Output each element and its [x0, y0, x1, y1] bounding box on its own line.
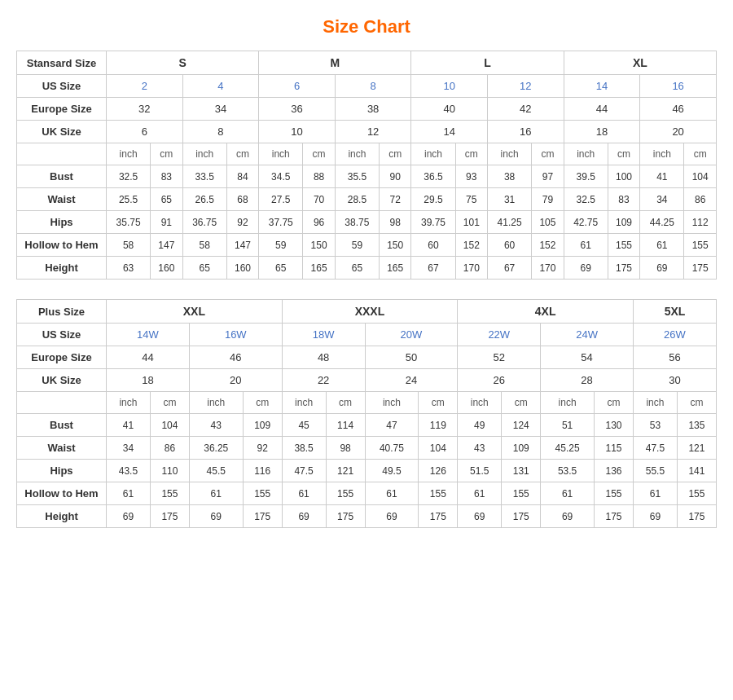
data-cell: 69 [633, 505, 677, 528]
data-cell: 51.5 [458, 460, 502, 482]
s-group: S [107, 51, 259, 75]
data-cell: 61 [541, 482, 595, 505]
data-cell: 53.5 [541, 460, 595, 482]
xl-group: XL [564, 51, 716, 75]
data-cell: 45.5 [189, 460, 243, 482]
data-cell: 150 [303, 234, 336, 257]
data-cell: 60 [488, 234, 532, 257]
data-cell: 75 [455, 188, 488, 211]
data-cell: 98 [379, 211, 411, 234]
std-us-6: 6 [259, 75, 336, 98]
plus-size-table: Plus Size XXL XXXL 4XL 5XL US Size 14W 1… [16, 299, 717, 528]
data-cell: 170 [455, 257, 488, 280]
data-cell: 65 [335, 257, 379, 280]
std-uk-16: 16 [488, 121, 564, 143]
plus-eu-44: 44 [107, 346, 190, 369]
xxxl-group: XXXL [282, 300, 458, 324]
std-us-2: 2 [107, 75, 183, 98]
data-cell: 141 [677, 460, 716, 482]
data-cell: 84 [226, 165, 259, 188]
data-cell: 116 [243, 460, 282, 482]
std-us-16: 16 [640, 75, 717, 98]
data-cell: 112 [684, 211, 717, 234]
data-cell: 115 [594, 437, 633, 460]
data-cell: 136 [594, 460, 633, 482]
uk-size-label: UK Size [17, 121, 107, 143]
data-cell: 114 [326, 414, 365, 437]
data-cell: 160 [151, 257, 183, 280]
plus-unit-row: inchcm inchcm inchcm inchcm inchcm inchc… [17, 392, 717, 414]
data-cell: 41.25 [488, 211, 532, 234]
table-row: Hips35.759136.759237.759638.759839.75101… [17, 211, 717, 234]
data-cell: 38.5 [282, 437, 326, 460]
plus-us-18w: 18W [282, 324, 365, 346]
plus-us-24w: 24W [541, 324, 634, 346]
height-label: Height [17, 505, 107, 528]
data-cell: 86 [684, 188, 717, 211]
data-cell: 34 [107, 437, 151, 460]
plus-us-label: US Size [17, 324, 107, 346]
data-cell: 39.75 [411, 211, 455, 234]
std-eu-40: 40 [411, 98, 488, 121]
data-cell: 67 [411, 257, 455, 280]
data-cell: 36.5 [411, 165, 455, 188]
std-eu-44: 44 [564, 98, 640, 121]
plus-uk-22: 22 [282, 369, 365, 392]
data-cell: 105 [532, 211, 564, 234]
data-cell: 43 [189, 414, 243, 437]
std-uk-18: 18 [564, 121, 640, 143]
data-cell: 110 [150, 460, 189, 482]
data-cell: 32.5 [564, 188, 608, 211]
data-cell: 38.75 [335, 211, 379, 234]
us-size-row: US Size 2 4 6 8 10 12 14 16 [17, 75, 717, 98]
plus-uk-24: 24 [365, 369, 458, 392]
data-cell: 61 [564, 234, 608, 257]
data-cell: 109 [502, 437, 541, 460]
standard-size-label: Stansard Size [17, 51, 107, 75]
table-row: Hips43.511045.511647.512149.512651.51315… [17, 460, 717, 482]
std-us-12: 12 [488, 75, 564, 98]
data-cell: 160 [226, 257, 259, 280]
table-row: Bust32.58333.58434.58835.59036.593389739… [17, 165, 717, 188]
table-row: Hollow to Hem581475814759150591506015260… [17, 234, 717, 257]
data-cell: 26.5 [182, 188, 226, 211]
data-cell: 61 [282, 482, 326, 505]
height-label: Height [17, 257, 107, 280]
data-cell: 69 [189, 505, 243, 528]
data-cell: 61 [189, 482, 243, 505]
data-cell: 65 [182, 257, 226, 280]
page-title: Size Chart [16, 16, 717, 37]
table-row: Hollow to Hem611556115561155611556115561… [17, 482, 717, 505]
plus-us-22w: 22W [458, 324, 541, 346]
uk-size-row: UK Size 6 8 10 12 14 16 18 20 [17, 121, 717, 143]
data-cell: 150 [379, 234, 411, 257]
standard-header-row: Stansard Size S M L XL [17, 51, 717, 75]
data-cell: 55.5 [633, 460, 677, 482]
data-cell: 83 [608, 188, 640, 211]
data-cell: 155 [608, 234, 640, 257]
data-cell: 69 [541, 505, 595, 528]
std-eu-38: 38 [335, 98, 411, 121]
plus-us-14w: 14W [107, 324, 190, 346]
data-cell: 155 [594, 482, 633, 505]
data-cell: 152 [532, 234, 564, 257]
data-cell: 96 [303, 211, 336, 234]
plus-uk-28: 28 [541, 369, 634, 392]
data-cell: 124 [502, 414, 541, 437]
data-cell: 92 [226, 211, 259, 234]
std-uk-12: 12 [335, 121, 411, 143]
europe-size-row: Europe Size 32 34 36 38 40 42 44 46 [17, 98, 717, 121]
std-eu-42: 42 [488, 98, 564, 121]
data-cell: 152 [455, 234, 488, 257]
data-cell: 41 [107, 414, 151, 437]
data-cell: 35.5 [335, 165, 379, 188]
hips-label: Hips [17, 460, 107, 482]
data-cell: 92 [243, 437, 282, 460]
plus-eu-46: 46 [189, 346, 282, 369]
data-cell: 147 [151, 234, 183, 257]
data-cell: 47.5 [633, 437, 677, 460]
data-cell: 65 [259, 257, 303, 280]
data-cell: 32.5 [107, 165, 151, 188]
hollow_to_hem-label: Hollow to Hem [17, 234, 107, 257]
std-uk-8: 8 [182, 121, 259, 143]
